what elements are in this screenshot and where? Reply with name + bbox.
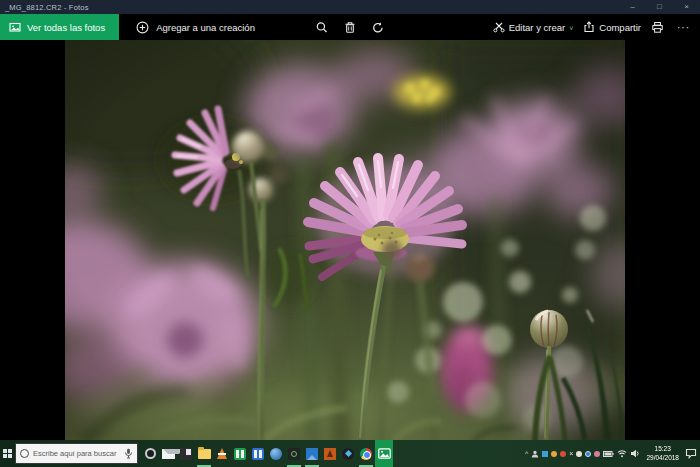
vlc-cone-icon bbox=[217, 448, 227, 459]
share-icon bbox=[583, 21, 595, 33]
add-creation-icon bbox=[136, 21, 149, 34]
print-icon[interactable] bbox=[651, 21, 664, 34]
photo-collection-icon bbox=[9, 21, 21, 33]
edit-create-button[interactable]: Editar y crear ˅ bbox=[493, 21, 574, 33]
orange-app-icon bbox=[324, 448, 336, 460]
volume-icon[interactable] bbox=[630, 449, 640, 458]
edit-create-icon bbox=[493, 21, 505, 33]
orange-tray-icon[interactable] bbox=[551, 451, 557, 457]
diamond-app-icon bbox=[342, 448, 354, 460]
green-bars-app-icon bbox=[234, 448, 246, 460]
blue-square-tray-icon[interactable] bbox=[542, 451, 548, 457]
taskbar-app-diamond[interactable] bbox=[339, 440, 357, 467]
system-tray: ^ × 15:23 29/04/2018 bbox=[525, 445, 700, 461]
taskbar-app-camera[interactable] bbox=[285, 440, 303, 467]
share-label: Compartir bbox=[599, 22, 641, 33]
window-title: _MG_8812.CR2 - Fotos bbox=[5, 3, 89, 12]
delete-icon[interactable] bbox=[344, 21, 357, 34]
taskbar-clock[interactable]: 15:23 29/04/2018 bbox=[646, 445, 679, 461]
add-to-creation-label: Agregar a una creación bbox=[156, 22, 255, 33]
taskbar-app-sphere[interactable] bbox=[267, 440, 285, 467]
windows-logo-icon bbox=[3, 449, 12, 458]
taskbar-app-blue-office[interactable] bbox=[249, 440, 267, 467]
taskbar-app-chrome[interactable] bbox=[357, 440, 375, 467]
microphone-icon[interactable] bbox=[124, 448, 133, 459]
pink-tray-icon[interactable] bbox=[594, 451, 600, 457]
edit-create-label: Editar y crear bbox=[509, 22, 566, 33]
minimize-button[interactable]: – bbox=[619, 0, 646, 14]
wifi-icon[interactable] bbox=[617, 449, 627, 458]
start-button[interactable] bbox=[0, 440, 15, 467]
image-viewer-icon bbox=[306, 448, 318, 460]
windows-taskbar: ^ × 15:23 29/04/2018 bbox=[0, 440, 700, 467]
blue-sphere-app-icon bbox=[270, 448, 282, 460]
tray-time: 15:23 bbox=[646, 445, 679, 453]
x-tray-icon[interactable]: × bbox=[569, 450, 573, 457]
maximize-button[interactable]: □ bbox=[646, 0, 673, 14]
file-explorer-icon bbox=[198, 449, 211, 459]
search-input[interactable] bbox=[33, 449, 120, 458]
zoom-icon[interactable] bbox=[316, 21, 329, 34]
chrome-icon bbox=[360, 448, 372, 460]
taskbar-app-orange[interactable] bbox=[321, 440, 339, 467]
tray-date: 29/04/2018 bbox=[646, 454, 679, 462]
title-bar: _MG_8812.CR2 - Fotos – □ × bbox=[0, 0, 700, 14]
chevron-down-icon: ˅ bbox=[569, 25, 573, 32]
see-more-button[interactable]: ··· bbox=[674, 22, 693, 33]
window-controls: – □ × bbox=[619, 0, 700, 14]
blue-bars-app-icon bbox=[252, 448, 264, 460]
battery-icon[interactable] bbox=[603, 450, 614, 458]
view-all-photos-label: Ver todas las fotos bbox=[27, 22, 105, 33]
photos-app-icon bbox=[378, 448, 391, 459]
ring-app-icon bbox=[145, 448, 156, 459]
daisy-photo bbox=[65, 40, 625, 440]
action-center-icon[interactable] bbox=[685, 448, 697, 459]
taskbar-app-photos-active[interactable] bbox=[375, 440, 393, 467]
photo-canvas bbox=[65, 40, 625, 440]
rotate-icon[interactable] bbox=[372, 21, 385, 34]
taskbar-app-mail[interactable] bbox=[159, 440, 177, 467]
share-button[interactable]: Compartir bbox=[583, 21, 641, 33]
people-tray-icon[interactable] bbox=[531, 450, 539, 458]
photos-toolbar: Ver todas las fotos Agregar a una creaci… bbox=[0, 14, 700, 40]
photo-stage bbox=[0, 40, 700, 440]
view-all-photos-button[interactable]: Ver todas las fotos bbox=[0, 14, 119, 40]
document-app-icon bbox=[180, 448, 192, 460]
camera-app-icon bbox=[288, 448, 300, 460]
mail-icon bbox=[162, 449, 175, 459]
taskbar-app-vlc[interactable] bbox=[213, 440, 231, 467]
taskbar-app-file-explorer[interactable] bbox=[195, 440, 213, 467]
add-to-creation-button[interactable]: Agregar a una creación bbox=[124, 14, 267, 40]
taskbar-search-box[interactable] bbox=[15, 443, 138, 464]
close-button[interactable]: × bbox=[673, 0, 700, 14]
blue-dot-tray-icon[interactable] bbox=[585, 451, 591, 457]
taskbar-app-green-office[interactable] bbox=[231, 440, 249, 467]
red-tray-icon[interactable] bbox=[560, 451, 566, 457]
toolbar-center-group bbox=[316, 14, 385, 40]
taskbar-app-ring[interactable] bbox=[141, 440, 159, 467]
taskbar-pinned-apps bbox=[141, 440, 393, 467]
cortana-icon bbox=[20, 449, 29, 458]
hidden-icons-chevron[interactable]: ^ bbox=[525, 450, 528, 457]
cream-tray-icon[interactable] bbox=[576, 451, 582, 457]
taskbar-app-notes[interactable] bbox=[177, 440, 195, 467]
toolbar-right-group: Editar y crear ˅ Compartir ··· bbox=[493, 14, 700, 40]
taskbar-app-image-viewer[interactable] bbox=[303, 440, 321, 467]
